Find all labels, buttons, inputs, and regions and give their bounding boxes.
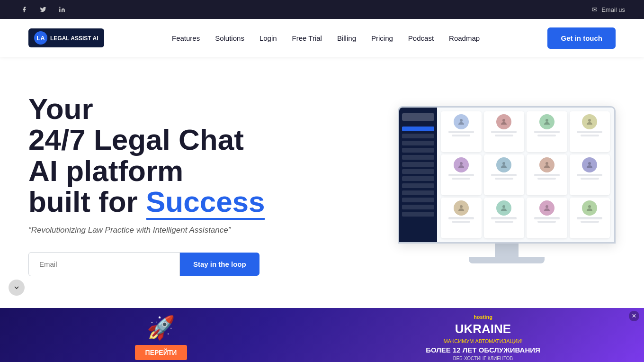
- svg-point-9: [588, 162, 591, 165]
- card-sublabel-line: [581, 135, 599, 136]
- monitor-base: [469, 257, 545, 263]
- twitter-icon[interactable]: [38, 4, 48, 15]
- sidebar-logo: [402, 113, 434, 121]
- hero-line1: Your: [28, 93, 334, 124]
- monitor-app-card: [570, 111, 610, 152]
- nav-billing[interactable]: Billing: [337, 34, 356, 42]
- monitor-app-card: [527, 154, 567, 195]
- email-form: Stay in the loop: [28, 252, 334, 276]
- card-avatar: [539, 157, 555, 172]
- ad-hosting-label: hosting: [474, 314, 492, 320]
- ad-clients-text: ВЕБ-ХОСТИНГ КЛИЕНТОВ: [453, 356, 513, 361]
- logo-text: LEGAL ASSIST AI: [50, 35, 98, 42]
- ad-close-button[interactable]: ×: [629, 311, 639, 321]
- logo[interactable]: LA LEGAL ASSIST AI: [28, 28, 104, 47]
- svg-point-2: [460, 119, 463, 122]
- ad-tagline: МАКСИМУМ АВТОМАТИЗАЦИИ!: [444, 338, 523, 344]
- card-label-line: [448, 174, 474, 176]
- nav-solutions[interactable]: Solutions: [215, 34, 244, 42]
- ad-banner: 🚀 ПЕРЕЙТИ hosting UKRAINE МАКСИМУМ АВТОМ…: [0, 308, 644, 362]
- svg-point-8: [546, 162, 548, 165]
- sidebar-item: [402, 162, 434, 167]
- hero-section: Your 24/7 Legal Chat AI platform built f…: [0, 57, 644, 303]
- ad-cta-button[interactable]: ПЕРЕЙТИ: [135, 345, 188, 360]
- card-label-line: [577, 174, 602, 176]
- svg-point-11: [502, 205, 505, 208]
- topbar: ✉ Email us: [0, 0, 644, 19]
- monitor-app-card: [527, 198, 567, 238]
- monitor-app-card: [527, 111, 567, 152]
- monitor-app-card: [484, 198, 525, 238]
- hero-line3: AI platform: [28, 155, 334, 186]
- email-input[interactable]: [28, 252, 180, 276]
- nav-roadmap[interactable]: Roadmap: [449, 34, 480, 42]
- scroll-down-button[interactable]: [9, 280, 25, 296]
- card-label-line: [534, 217, 560, 219]
- card-sublabel-line: [581, 178, 599, 180]
- svg-point-13: [588, 205, 591, 208]
- ad-years-text: БОЛЕЕ 12 ЛЕТ ОБСЛУЖИВАНИЯ: [426, 346, 540, 354]
- svg-point-12: [546, 205, 548, 208]
- monitor-app-card: [570, 154, 610, 195]
- card-avatar: [454, 157, 469, 172]
- sidebar-item: [402, 198, 434, 202]
- card-sublabel-line: [537, 221, 556, 223]
- sidebar-item: [402, 141, 434, 145]
- card-label-line: [534, 174, 560, 176]
- email-icon: ✉: [592, 6, 598, 13]
- hero-line4: built for Success: [28, 186, 334, 217]
- card-avatar: [496, 200, 511, 216]
- monitor-app-card: [441, 198, 482, 238]
- card-sublabel-line: [537, 178, 556, 180]
- ad-left-section: 🚀 ПЕРЕЙТИ: [0, 308, 322, 362]
- sidebar-item: [402, 155, 434, 160]
- email-us-label: Email us: [601, 6, 625, 13]
- email-us-link[interactable]: ✉ Email us: [592, 6, 625, 13]
- card-label-line: [534, 131, 560, 133]
- monitor-mockup: [398, 106, 616, 263]
- sidebar-item: [402, 190, 434, 195]
- stay-in-loop-button[interactable]: Stay in the loop: [180, 253, 259, 276]
- nav-free-trial[interactable]: Free Trial: [292, 34, 322, 42]
- sidebar-item: [402, 205, 434, 209]
- get-in-touch-button[interactable]: Get in touch: [547, 27, 616, 49]
- card-sublabel-line: [495, 135, 513, 136]
- card-label-line: [491, 131, 517, 133]
- nav-features[interactable]: Features: [172, 34, 200, 42]
- hero-visual: [334, 106, 616, 263]
- card-avatar: [496, 114, 511, 129]
- nav-podcast[interactable]: Podcast: [408, 34, 434, 42]
- card-sublabel-line: [452, 178, 470, 180]
- nav-pricing[interactable]: Pricing: [371, 34, 393, 42]
- hero-subtitle: “Revolutionizing Law Practice with Intel…: [28, 226, 334, 235]
- navbar: LA LEGAL ASSIST AI Features Solutions Lo…: [0, 19, 644, 57]
- hero-line4-prefix: built for: [28, 185, 146, 218]
- facebook-icon[interactable]: [19, 4, 29, 15]
- card-sublabel-line: [581, 221, 599, 223]
- nav-login[interactable]: Login: [259, 34, 277, 42]
- sidebar-item: [402, 212, 434, 217]
- nav-links: Features Solutions Login Free Trial Bill…: [172, 34, 480, 42]
- svg-point-6: [460, 162, 463, 165]
- sidebar-item: [402, 176, 434, 181]
- svg-point-10: [460, 205, 463, 208]
- card-label-line: [448, 131, 474, 133]
- card-avatar: [582, 200, 597, 216]
- svg-point-5: [588, 119, 591, 122]
- monitor-app-card: [484, 111, 525, 152]
- sidebar-item: [402, 148, 434, 153]
- sidebar-item: [402, 183, 434, 188]
- card-sublabel-line: [495, 178, 513, 180]
- hero-content: Your 24/7 Legal Chat AI platform built f…: [28, 93, 334, 276]
- linkedin-icon[interactable]: [57, 4, 67, 15]
- card-avatar: [454, 200, 469, 216]
- svg-rect-0: [59, 9, 60, 12]
- ad-brand-name: UKRAINE: [455, 322, 511, 336]
- card-sublabel-line: [537, 135, 556, 136]
- card-label-line: [577, 217, 602, 219]
- card-avatar: [454, 114, 469, 129]
- app-main-grid: [437, 108, 614, 242]
- card-label-line: [448, 217, 474, 219]
- card-avatar: [539, 114, 555, 129]
- monitor-neck: [495, 244, 519, 257]
